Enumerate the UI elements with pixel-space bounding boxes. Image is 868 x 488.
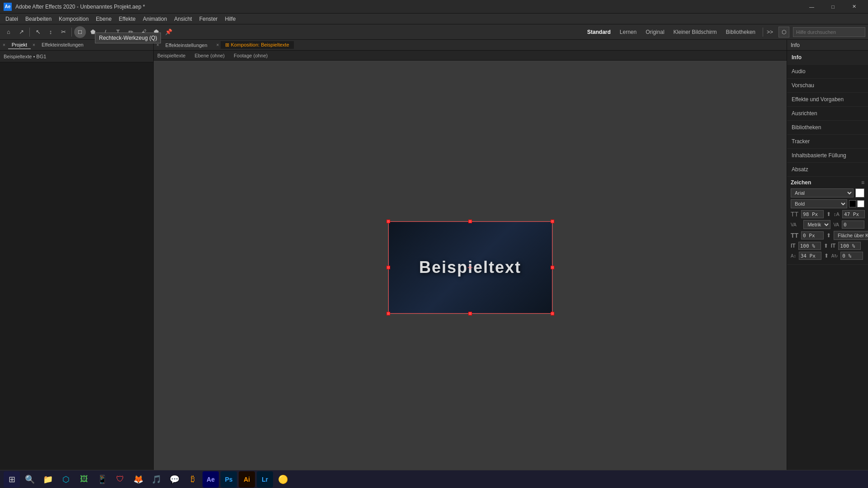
taskbar-lr[interactable]: Lr (257, 471, 273, 488)
section-tracker[interactable]: Tracker (787, 135, 868, 149)
taskbar-store[interactable]: ⬡ (58, 471, 74, 488)
font-select[interactable]: Arial (791, 188, 854, 197)
handle-ml[interactable] (387, 266, 390, 269)
rotation-input[interactable] (840, 252, 863, 260)
home-button[interactable]: ⌂ (3, 26, 14, 38)
taskbar: ⊞ 🔍 📁 ⬡ 🖼 📱 🛡 🦊 🎵 💬 ₿ Ae Ps Ai Lr 🟡 (0, 470, 868, 488)
handle-bm[interactable] (468, 312, 472, 315)
properties-icon[interactable]: ⬡ (778, 27, 789, 38)
section-bibliotheken[interactable]: Bibliotheken (787, 121, 868, 135)
horiz-scale-input[interactable] (838, 242, 861, 250)
menu-item-fenster[interactable]: Fenster (196, 15, 222, 23)
taskbar-search[interactable]: 🔍 (22, 471, 38, 488)
tab-projekt[interactable]: Projekt (8, 41, 31, 49)
workspace-original[interactable]: Original (642, 28, 668, 37)
handle-tr[interactable] (551, 220, 554, 223)
app-icon: Ae (4, 3, 12, 11)
menu-item-datei[interactable]: Datei (2, 15, 22, 23)
workspace-standard[interactable]: Standard (584, 28, 614, 37)
taskbar-ae[interactable]: Ae (203, 471, 219, 488)
vert-scale-icon: IT (791, 243, 796, 249)
stroke-arrow[interactable]: ⬆ (826, 232, 831, 239)
taskbar-bonus[interactable]: 🟡 (275, 471, 291, 488)
menu-item-animation[interactable]: Animation (139, 15, 170, 23)
tool-btn-0[interactable]: ↖ (32, 26, 44, 38)
help-search-input[interactable] (793, 27, 865, 37)
info-panel-title: Info (791, 42, 800, 48)
menu-item-komposition[interactable]: Komposition (55, 15, 92, 23)
zeichen-menu-icon[interactable]: ≡ (861, 179, 864, 186)
taskbar-whatsapp[interactable]: 📱 (94, 471, 110, 488)
expand-icon[interactable]: >> (767, 29, 773, 35)
close-button[interactable]: ✕ (844, 0, 864, 14)
section-audio[interactable]: Audio (787, 65, 868, 79)
taskbar-ps[interactable]: Ps (221, 471, 237, 488)
layer-info: Ebene (ohne) (194, 53, 225, 58)
tab-effekteinstellungen[interactable]: Effekteinstellungen (38, 41, 87, 49)
tool-btn-2[interactable]: ✂ (57, 26, 69, 38)
font-color-dark[interactable] (849, 200, 856, 207)
left-panel-content (0, 62, 153, 488)
left-panel-close[interactable]: × (3, 42, 5, 47)
taskbar-firefox[interactable]: 🦊 (130, 471, 146, 488)
font-size-input[interactable] (801, 210, 824, 218)
main-layout: × Projekt × Effekteinstellungen Beispiel… (0, 40, 868, 488)
rectangle-tool-button[interactable]: □ (74, 26, 86, 38)
stroke-width-input[interactable] (801, 231, 824, 239)
menu-item-ebene[interactable]: Ebene (92, 15, 115, 23)
font-style-select[interactable]: Bold (791, 199, 847, 208)
right-panel-scroll[interactable]: Info Audio Vorschau Effekte und Vorgaben… (787, 51, 868, 488)
stroke-type-select[interactable]: Fläche über Kon... (834, 231, 868, 240)
taskbar-shield[interactable]: 🛡 (112, 471, 128, 488)
workspace-lernen[interactable]: Lernen (616, 28, 640, 37)
vert-scale-arrow[interactable]: ⬆ (824, 243, 828, 249)
kerning-select[interactable]: Metrik (803, 220, 830, 229)
vert-scale-input[interactable] (798, 242, 821, 250)
taskbar-ai[interactable]: Ai (239, 471, 255, 488)
taskbar-music[interactable]: 🎵 (148, 471, 165, 488)
taskbar-bitcoin[interactable]: ₿ (184, 471, 201, 488)
tracking-input[interactable] (842, 221, 864, 229)
stroke-icon: TT (791, 232, 798, 239)
save-button[interactable]: ↗ (15, 26, 27, 38)
taskbar-messenger[interactable]: 💬 (166, 471, 183, 488)
taskbar-photos[interactable]: 🖼 (76, 471, 92, 488)
font-size-arrow[interactable]: ⬆ (826, 211, 831, 217)
menu-item-effekte[interactable]: Effekte (115, 15, 139, 23)
tool-btn-1[interactable]: ↕ (45, 26, 57, 38)
section-ausrichten[interactable]: Ausrichten (787, 107, 868, 121)
workspace-kleiner-bildschirm[interactable]: Kleiner Bildschirm (670, 28, 721, 37)
section-info[interactable]: Info (787, 51, 868, 65)
comp-info-bar: Beispieltexte Ebene (ohne) Footage (ohne… (154, 51, 787, 61)
tab-komposition[interactable]: ⊞ Komposition: Beispieltexte (221, 41, 293, 49)
taskbar-start[interactable]: ⊞ (4, 471, 20, 488)
handle-tm[interactable] (468, 220, 472, 223)
comp-viewer: Beispieltext ✛ (154, 61, 787, 474)
handle-tl[interactable] (387, 220, 390, 223)
toolbar-right: StandardLernenOriginalKleiner Bildschirm… (584, 27, 865, 38)
font-color-box[interactable] (855, 188, 864, 197)
handle-bl[interactable] (387, 312, 390, 315)
tab-effekteinstellungen-comp[interactable]: Effekteinstellungen (161, 42, 212, 49)
baseline-input[interactable] (799, 252, 821, 260)
section-inhaltsbasiert[interactable]: Inhaltsbasierte Füllung (787, 149, 868, 163)
menu-item-ansicht[interactable]: Ansicht (170, 15, 195, 23)
handle-br[interactable] (551, 312, 554, 315)
taskbar-explorer[interactable]: 📁 (40, 471, 56, 488)
menu-item-bearbeiten[interactable]: Bearbeiten (22, 15, 55, 23)
font-color-light[interactable] (857, 200, 864, 207)
tab-close-effekt[interactable]: × (33, 42, 35, 47)
line-height-input[interactable] (842, 210, 865, 218)
minimize-button[interactable]: — (802, 0, 822, 14)
kerning-label: VA (791, 222, 801, 227)
menu-item-hilfe[interactable]: Hilfe (221, 15, 239, 23)
section-effekte[interactable]: Effekte und Vorgaben (787, 93, 868, 107)
tool-extra-6[interactable]: 📌 (163, 26, 175, 38)
section-absatz[interactable]: Absatz (787, 163, 868, 177)
section-vorschau[interactable]: Vorschau (787, 79, 868, 93)
workspace-bibliotheken[interactable]: Bibliotheken (722, 28, 759, 37)
maximize-button[interactable]: □ (823, 0, 843, 14)
comp-tab-close2[interactable]: × (217, 42, 219, 47)
baseline-arrow[interactable]: ⬆ (824, 253, 829, 259)
handle-mr[interactable] (551, 266, 554, 269)
